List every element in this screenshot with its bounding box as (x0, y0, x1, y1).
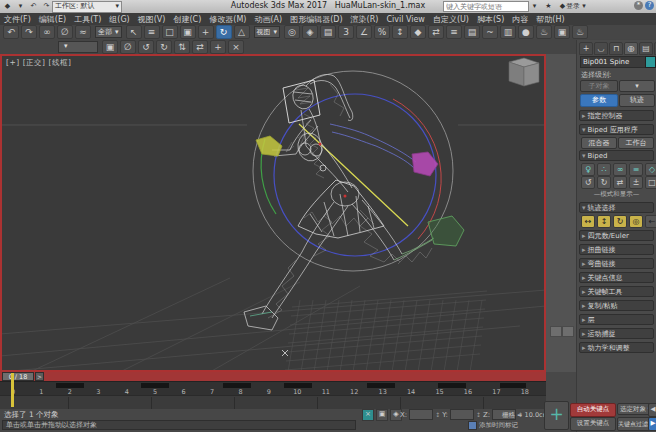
layer-manager-icon[interactable]: ▤ (464, 25, 480, 39)
help-icon[interactable]: ? (645, 1, 654, 10)
window-crossing-icon[interactable]: ▣ (180, 25, 196, 39)
object-name-field[interactable]: Bip001 Spine (580, 56, 646, 68)
named-selection-sets-icon[interactable]: ◆ (410, 25, 426, 39)
sub-object-dropdown[interactable]: ▾ (619, 80, 655, 92)
buffer-mode-icon[interactable]: □ (645, 176, 656, 189)
rollout-collapsed[interactable]: ▸关键点信息 (579, 272, 654, 283)
mixer-button[interactable]: 混合器 (581, 137, 617, 149)
select-and-move-icon[interactable]: + (198, 25, 214, 39)
set-key-big-button[interactable]: + (544, 401, 569, 430)
favorites-star-icon[interactable]: ★ (543, 1, 554, 11)
container-icon[interactable]: ▣ (102, 40, 118, 54)
snap-toggle-icon[interactable]: 3 (338, 25, 354, 39)
rollout-collapsed[interactable]: ▸弯曲链接 (579, 258, 654, 269)
material-editor-icon[interactable]: ● (518, 25, 534, 39)
search-options-icon[interactable]: ▾ (529, 1, 540, 11)
motion-flow-mode-icon[interactable]: ∞ (613, 163, 627, 176)
viewport-label[interactable]: [+][正交][线框] (6, 58, 74, 68)
symmetry-icon[interactable]: ← (645, 215, 656, 228)
select-and-rotate-icon[interactable]: ↻ (216, 25, 232, 39)
convert-icon[interactable]: ⇄ (613, 176, 627, 189)
spinner-snap-icon[interactable]: ↕ (392, 25, 408, 39)
view-cube[interactable] (509, 58, 539, 86)
rollout-collapsed[interactable]: ▸关键帧工具 (579, 286, 654, 297)
time-slider-marker[interactable] (11, 373, 14, 407)
rollout-collapsed[interactable]: ▸复制/粘贴 (579, 300, 654, 311)
tab-motion[interactable]: ◎ (624, 42, 638, 55)
tab-create[interactable]: + (579, 42, 593, 55)
rollout-collapsed[interactable]: ▸扭曲链接 (579, 244, 654, 255)
body-horizontal-icon[interactable]: ↔ (581, 215, 595, 228)
rollout-collapsed[interactable]: ▸层 (579, 314, 654, 325)
add-icon[interactable]: + (210, 40, 226, 54)
isolate-selection-icon[interactable]: × (362, 409, 374, 421)
menu-item[interactable]: 帮助(H) (532, 14, 568, 25)
mode-display-expander[interactable]: —模式和显示— (579, 190, 654, 199)
menu-item[interactable]: Civil View (382, 15, 429, 24)
schematic-view-icon[interactable]: ▥ (500, 25, 516, 39)
menu-item[interactable]: 内容 (508, 14, 532, 25)
viewport-shading-label[interactable]: [线框] (49, 58, 72, 67)
undo-icon[interactable]: ↶ (3, 25, 19, 39)
add-time-tag[interactable]: 添加时间标记 (468, 421, 518, 430)
tab-modify[interactable]: ◡ (594, 42, 608, 55)
local-rotate-icon[interactable]: ↺ (138, 40, 154, 54)
auto-key-button[interactable]: 自动关键点 (570, 403, 616, 417)
set-key-button[interactable]: 设置关键点 (570, 417, 616, 431)
rollout-collapsed[interactable]: ▸运动捕捉 (579, 328, 654, 339)
menu-item[interactable]: 工具(T) (70, 14, 105, 25)
menu-item[interactable]: 修改器(M) (205, 14, 250, 25)
band-button-2[interactable] (562, 326, 574, 337)
angle-snap-icon[interactable]: ∠ (356, 25, 372, 39)
sign-in-button[interactable]: 登录 ▾ (566, 1, 586, 11)
object-color-swatch[interactable] (645, 56, 656, 68)
keyboard-override-icon[interactable]: ▤ (320, 25, 336, 39)
rectangular-selection-icon[interactable]: □ (162, 25, 178, 39)
rollout-biped-apps[interactable]: ▾Biped 应用程序 (579, 124, 654, 135)
swap-horizontal-icon[interactable]: ⇄ (192, 40, 208, 54)
menu-item[interactable]: 文件(F) (0, 14, 35, 25)
toolbar2-dropdown[interactable]: ▾ (58, 41, 98, 53)
rollout-track-selection[interactable]: ▾轨迹选择 (579, 202, 654, 213)
menu-item[interactable]: 渲染(R) (347, 14, 383, 25)
play-forward-button[interactable]: ▶ (648, 417, 656, 431)
rollout-assign-controller[interactable]: ▸指定控制器 (579, 110, 654, 121)
time-slider[interactable]: 0 / 18 > (0, 372, 546, 381)
workbench-button[interactable]: 工作台 (618, 137, 654, 149)
reference-coordinate-dropdown[interactable]: 视图▾ (254, 26, 281, 38)
bind-to-space-warp-icon[interactable]: ≈ (75, 25, 91, 39)
world-rotate-icon[interactable]: ↻ (156, 40, 172, 54)
render-production-icon[interactable]: ♨ (572, 25, 588, 39)
body-vertical-icon[interactable]: ↕ (597, 215, 611, 228)
time-slider-handle[interactable]: 0 / 18 (2, 372, 34, 381)
y-coordinate-field[interactable] (450, 409, 474, 420)
swap-vertical-icon[interactable]: ⇅ (174, 40, 190, 54)
mixer-mode-icon[interactable]: ≡ (629, 163, 643, 176)
menu-item[interactable]: 创建(C) (169, 14, 205, 25)
select-and-scale-icon[interactable]: △ (234, 25, 250, 39)
align-icon[interactable]: ≡ (446, 25, 462, 39)
save-file-icon[interactable]: ↻ (597, 176, 611, 189)
character-mesh[interactable] (244, 74, 402, 330)
band-button-1[interactable] (550, 326, 562, 337)
selection-lock-icon[interactable]: ▣ (376, 409, 388, 421)
curve-editor-icon[interactable]: ~ (482, 25, 498, 39)
select-object-icon[interactable]: ↖ (126, 25, 142, 39)
tab-hierarchy[interactable]: ⊓ (609, 42, 623, 55)
body-rotation-icon[interactable]: ↻ (613, 215, 627, 228)
menu-item[interactable]: 组(G) (105, 14, 133, 25)
select-and-manipulate-icon[interactable]: ◈ (302, 25, 318, 39)
load-file-icon[interactable]: ↺ (581, 176, 595, 189)
search-input[interactable] (443, 1, 529, 12)
selection-filter-dropdown[interactable]: 全部▾ (95, 26, 122, 38)
viewport-menu-plus[interactable]: [+] (6, 58, 20, 67)
move-all-mode-icon[interactable]: ± (629, 176, 643, 189)
tab-display[interactable]: ▤ (639, 42, 653, 55)
rollout-collapsed[interactable]: ▸动力学和调整 (579, 342, 654, 353)
x-coordinate-field[interactable] (409, 409, 433, 420)
viewport[interactable] (0, 54, 546, 372)
select-by-name-icon[interactable]: ≡ (144, 25, 160, 39)
rollout-biped[interactable]: ▾Biped (579, 150, 654, 161)
unlink-selection-icon[interactable]: ∅ (57, 25, 73, 39)
percent-snap-icon[interactable]: % (374, 25, 390, 39)
